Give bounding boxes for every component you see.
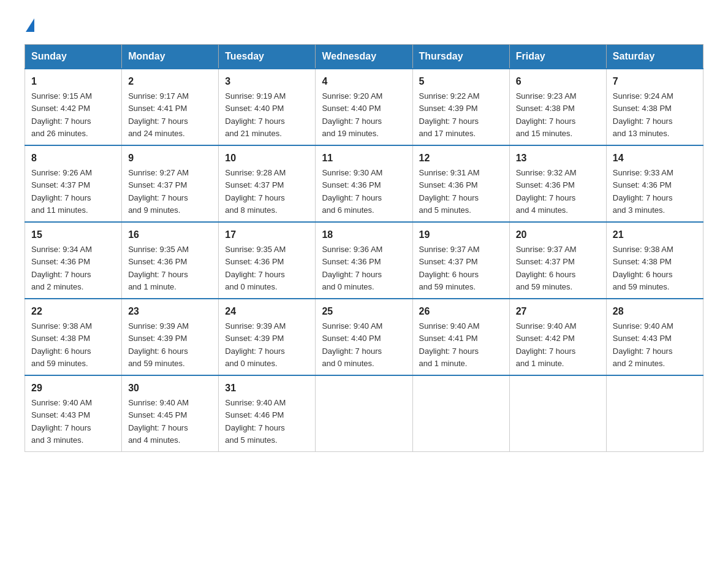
day-info: Sunrise: 9:39 AM Sunset: 4:39 PM Dayligh…	[225, 321, 286, 368]
calendar-cell: 6Sunrise: 9:23 AM Sunset: 4:38 PM Daylig…	[509, 69, 606, 145]
day-number: 19	[419, 228, 503, 242]
calendar-cell: 14Sunrise: 9:33 AM Sunset: 4:36 PM Dayli…	[606, 145, 703, 222]
day-number: 21	[613, 228, 697, 242]
calendar-cell: 15Sunrise: 9:34 AM Sunset: 4:36 PM Dayli…	[25, 222, 122, 299]
calendar-cell: 4Sunrise: 9:20 AM Sunset: 4:40 PM Daylig…	[316, 69, 412, 145]
day-info: Sunrise: 9:28 AM Sunset: 4:37 PM Dayligh…	[225, 168, 286, 215]
calendar-cell: 12Sunrise: 9:31 AM Sunset: 4:36 PM Dayli…	[412, 145, 509, 222]
day-info: Sunrise: 9:24 AM Sunset: 4:38 PM Dayligh…	[613, 91, 673, 138]
calendar-cell: 25Sunrise: 9:40 AM Sunset: 4:40 PM Dayli…	[316, 299, 412, 375]
day-info: Sunrise: 9:37 AM Sunset: 4:37 PM Dayligh…	[419, 245, 480, 291]
day-number: 3	[225, 74, 309, 89]
calendar-cell: 11Sunrise: 9:30 AM Sunset: 4:36 PM Dayli…	[316, 145, 412, 222]
calendar-cell: 24Sunrise: 9:39 AM Sunset: 4:39 PM Dayli…	[219, 299, 316, 375]
logo-triangle-icon	[26, 18, 34, 32]
calendar-week-row: 15Sunrise: 9:34 AM Sunset: 4:36 PM Dayli…	[25, 222, 703, 299]
calendar-cell: 23Sunrise: 9:39 AM Sunset: 4:39 PM Dayli…	[122, 299, 219, 375]
calendar-week-row: 8Sunrise: 9:26 AM Sunset: 4:37 PM Daylig…	[25, 145, 703, 222]
weekday-header-friday: Friday	[509, 45, 606, 69]
calendar-cell: 3Sunrise: 9:19 AM Sunset: 4:40 PM Daylig…	[219, 69, 316, 145]
day-number: 1	[31, 74, 115, 89]
day-number: 13	[516, 151, 600, 166]
calendar-cell: 22Sunrise: 9:38 AM Sunset: 4:38 PM Dayli…	[25, 299, 122, 375]
day-info: Sunrise: 9:23 AM Sunset: 4:38 PM Dayligh…	[516, 91, 577, 138]
day-info: Sunrise: 9:32 AM Sunset: 4:36 PM Dayligh…	[516, 168, 577, 215]
day-info: Sunrise: 9:37 AM Sunset: 4:37 PM Dayligh…	[516, 245, 577, 291]
calendar-cell: 1Sunrise: 9:15 AM Sunset: 4:42 PM Daylig…	[25, 69, 122, 145]
day-info: Sunrise: 9:39 AM Sunset: 4:39 PM Dayligh…	[128, 321, 189, 368]
day-number: 9	[128, 151, 212, 166]
day-number: 11	[322, 151, 406, 166]
day-info: Sunrise: 9:40 AM Sunset: 4:46 PM Dayligh…	[225, 398, 286, 445]
day-info: Sunrise: 9:35 AM Sunset: 4:36 PM Dayligh…	[128, 245, 189, 291]
day-number: 24	[225, 304, 309, 319]
day-info: Sunrise: 9:38 AM Sunset: 4:38 PM Dayligh…	[31, 321, 92, 368]
day-number: 4	[322, 74, 406, 89]
calendar-cell	[412, 375, 509, 452]
calendar-cell	[509, 375, 606, 452]
day-number: 22	[31, 304, 115, 319]
calendar-cell: 7Sunrise: 9:24 AM Sunset: 4:38 PM Daylig…	[606, 69, 703, 145]
calendar-cell: 5Sunrise: 9:22 AM Sunset: 4:39 PM Daylig…	[412, 69, 509, 145]
day-info: Sunrise: 9:35 AM Sunset: 4:36 PM Dayligh…	[225, 245, 286, 291]
calendar-cell: 10Sunrise: 9:28 AM Sunset: 4:37 PM Dayli…	[219, 145, 316, 222]
day-info: Sunrise: 9:33 AM Sunset: 4:36 PM Dayligh…	[613, 168, 673, 215]
day-info: Sunrise: 9:34 AM Sunset: 4:36 PM Dayligh…	[31, 245, 92, 291]
calendar-cell: 16Sunrise: 9:35 AM Sunset: 4:36 PM Dayli…	[122, 222, 219, 299]
day-number: 6	[516, 74, 600, 89]
weekday-header-monday: Monday	[122, 45, 219, 69]
day-info: Sunrise: 9:15 AM Sunset: 4:42 PM Dayligh…	[31, 91, 92, 138]
day-info: Sunrise: 9:27 AM Sunset: 4:37 PM Dayligh…	[128, 168, 189, 215]
day-number: 20	[516, 228, 600, 242]
day-number: 16	[128, 228, 212, 242]
calendar-week-row: 22Sunrise: 9:38 AM Sunset: 4:38 PM Dayli…	[25, 299, 703, 375]
calendar-table: SundayMondayTuesdayWednesdayThursdayFrid…	[25, 44, 703, 452]
day-number: 27	[516, 304, 600, 319]
calendar-cell: 20Sunrise: 9:37 AM Sunset: 4:37 PM Dayli…	[509, 222, 606, 299]
day-number: 14	[613, 151, 697, 166]
page-header	[25, 18, 703, 32]
day-info: Sunrise: 9:19 AM Sunset: 4:40 PM Dayligh…	[225, 91, 286, 138]
weekday-header-wednesday: Wednesday	[316, 45, 412, 69]
day-number: 2	[128, 74, 212, 89]
calendar-cell: 29Sunrise: 9:40 AM Sunset: 4:43 PM Dayli…	[25, 375, 122, 452]
calendar-cell: 2Sunrise: 9:17 AM Sunset: 4:41 PM Daylig…	[122, 69, 219, 145]
day-number: 8	[31, 151, 115, 166]
day-info: Sunrise: 9:40 AM Sunset: 4:40 PM Dayligh…	[322, 321, 382, 368]
day-info: Sunrise: 9:36 AM Sunset: 4:36 PM Dayligh…	[322, 245, 382, 291]
weekday-header-saturday: Saturday	[606, 45, 703, 69]
calendar-week-row: 1Sunrise: 9:15 AM Sunset: 4:42 PM Daylig…	[25, 69, 703, 145]
day-info: Sunrise: 9:26 AM Sunset: 4:37 PM Dayligh…	[31, 168, 92, 215]
day-info: Sunrise: 9:40 AM Sunset: 4:41 PM Dayligh…	[419, 321, 480, 368]
day-info: Sunrise: 9:40 AM Sunset: 4:43 PM Dayligh…	[613, 321, 673, 368]
calendar-cell: 9Sunrise: 9:27 AM Sunset: 4:37 PM Daylig…	[122, 145, 219, 222]
day-info: Sunrise: 9:38 AM Sunset: 4:38 PM Dayligh…	[613, 245, 673, 291]
day-info: Sunrise: 9:17 AM Sunset: 4:41 PM Dayligh…	[128, 91, 189, 138]
weekday-header-row: SundayMondayTuesdayWednesdayThursdayFrid…	[25, 45, 703, 69]
day-number: 28	[613, 304, 697, 319]
calendar-cell	[316, 375, 412, 452]
day-number: 5	[419, 74, 503, 89]
day-info: Sunrise: 9:20 AM Sunset: 4:40 PM Dayligh…	[322, 91, 382, 138]
calendar-cell: 27Sunrise: 9:40 AM Sunset: 4:42 PM Dayli…	[509, 299, 606, 375]
day-number: 26	[419, 304, 503, 319]
day-info: Sunrise: 9:40 AM Sunset: 4:43 PM Dayligh…	[31, 398, 92, 445]
day-number: 25	[322, 304, 406, 319]
day-number: 18	[322, 228, 406, 242]
day-number: 10	[225, 151, 309, 166]
calendar-week-row: 29Sunrise: 9:40 AM Sunset: 4:43 PM Dayli…	[25, 375, 703, 452]
calendar-cell: 17Sunrise: 9:35 AM Sunset: 4:36 PM Dayli…	[219, 222, 316, 299]
calendar-cell: 8Sunrise: 9:26 AM Sunset: 4:37 PM Daylig…	[25, 145, 122, 222]
calendar-cell: 18Sunrise: 9:36 AM Sunset: 4:36 PM Dayli…	[316, 222, 412, 299]
calendar-cell: 21Sunrise: 9:38 AM Sunset: 4:38 PM Dayli…	[606, 222, 703, 299]
logo	[25, 18, 36, 32]
day-number: 12	[419, 151, 503, 166]
day-info: Sunrise: 9:31 AM Sunset: 4:36 PM Dayligh…	[419, 168, 480, 215]
calendar-cell: 13Sunrise: 9:32 AM Sunset: 4:36 PM Dayli…	[509, 145, 606, 222]
day-number: 7	[613, 74, 697, 89]
weekday-header-thursday: Thursday	[412, 45, 509, 69]
calendar-cell: 19Sunrise: 9:37 AM Sunset: 4:37 PM Dayli…	[412, 222, 509, 299]
calendar-cell: 30Sunrise: 9:40 AM Sunset: 4:45 PM Dayli…	[122, 375, 219, 452]
day-number: 23	[128, 304, 212, 319]
calendar-cell	[606, 375, 703, 452]
